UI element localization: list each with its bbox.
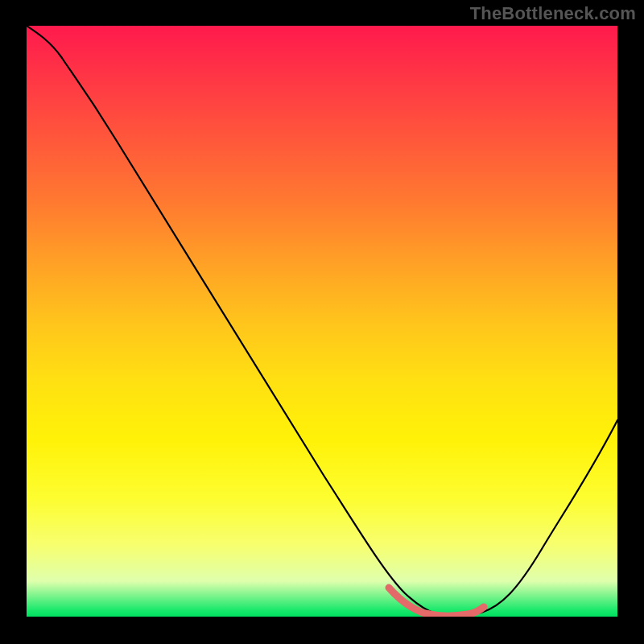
plot-area [27,26,617,617]
bottleneck-curve [27,26,617,617]
watermark-text: TheBottleneck.com [470,3,636,24]
chart-frame: TheBottleneck.com [0,0,644,644]
curve-path [27,26,617,615]
